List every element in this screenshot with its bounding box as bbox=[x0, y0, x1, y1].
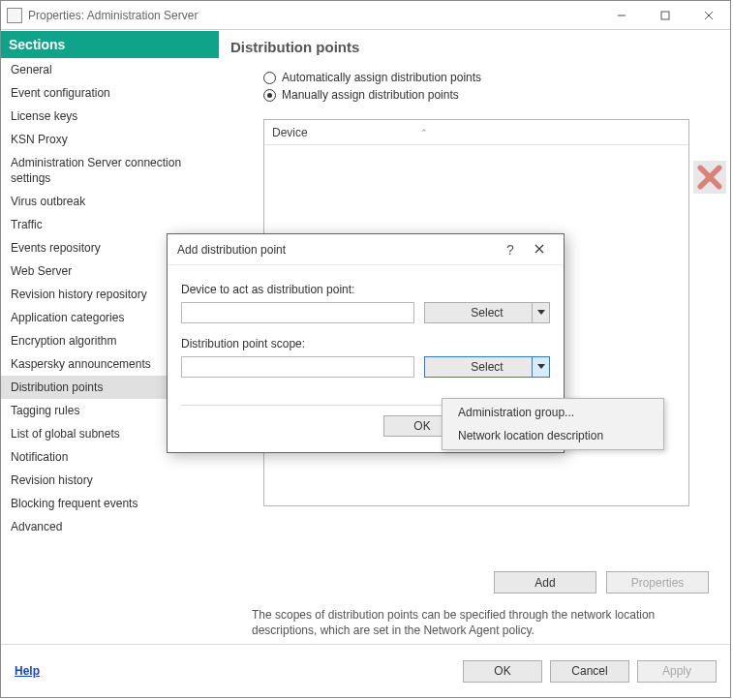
sidebar-header: Sections bbox=[1, 31, 219, 58]
add-button[interactable]: Add bbox=[494, 571, 596, 593]
sidebar-item-label: List of global subnets bbox=[11, 427, 120, 441]
page-title: Distribution points bbox=[230, 39, 717, 55]
footer: Help OK Cancel Apply bbox=[1, 644, 730, 697]
sidebar-item-label: Events repository bbox=[11, 241, 101, 255]
radio-auto[interactable]: Automatically assign distribution points bbox=[263, 71, 717, 84]
menu-item-network-location[interactable]: Network location description bbox=[443, 424, 663, 447]
menu-item-admin-group[interactable]: Administration group... bbox=[443, 401, 663, 424]
dialog-help-button[interactable]: ? bbox=[496, 242, 525, 258]
scope-select-menu: Administration group... Network location… bbox=[442, 398, 664, 450]
sidebar-item-label: Administration Server connection setting… bbox=[11, 156, 181, 185]
titlebar: Properties: Administration Server bbox=[1, 1, 730, 30]
radio-icon bbox=[263, 72, 276, 84]
chevron-down-icon bbox=[532, 357, 549, 377]
device-field-label: Device to act as distribution point: bbox=[181, 283, 550, 296]
close-button[interactable] bbox=[687, 1, 730, 29]
scope-field[interactable] bbox=[181, 356, 414, 378]
svg-rect-1 bbox=[661, 12, 669, 19]
sidebar-item-label: Revision history repository bbox=[11, 288, 147, 301]
sidebar-item-label: Application categories bbox=[11, 311, 124, 324]
sidebar-item-revision-history[interactable]: Revision history bbox=[1, 469, 219, 492]
svg-marker-9 bbox=[537, 364, 545, 369]
maximize-button[interactable] bbox=[643, 1, 687, 29]
sidebar-item-label: Encryption algorithm bbox=[11, 334, 116, 348]
help-link[interactable]: Help bbox=[15, 664, 40, 678]
chevron-down-icon bbox=[532, 303, 549, 322]
device-col-label: Device bbox=[272, 126, 308, 139]
device-select-button[interactable]: Select bbox=[424, 302, 550, 323]
properties-button[interactable]: Properties bbox=[606, 571, 709, 593]
window-title: Properties: Administration Server bbox=[28, 9, 599, 22]
sidebar-item-label: Revision history bbox=[11, 473, 93, 487]
sort-indicator-icon: ⌃ bbox=[420, 128, 428, 137]
sidebar-item-ksn-proxy[interactable]: KSN Proxy bbox=[1, 128, 219, 151]
sidebar-item-general[interactable]: General bbox=[1, 58, 219, 81]
radio-manual[interactable]: Manually assign distribution points bbox=[263, 88, 717, 102]
sidebar-item-advanced[interactable]: Advanced bbox=[1, 515, 219, 538]
sidebar-item-label: Distribution points bbox=[11, 380, 103, 394]
sidebar-item-label: License keys bbox=[11, 109, 77, 123]
sidebar-item-label: Tagging rules bbox=[11, 404, 79, 417]
main-window: Properties: Administration Server Sectio… bbox=[0, 0, 731, 698]
description-text: The scopes of distribution points can be… bbox=[252, 607, 707, 638]
sidebar-item-label: Web Server bbox=[11, 264, 72, 278]
scope-field-label: Distribution point scope: bbox=[181, 337, 550, 350]
sidebar-item-label: Event configuration bbox=[11, 86, 110, 100]
apply-button[interactable]: Apply bbox=[637, 660, 717, 683]
sidebar-item-label: Traffic bbox=[11, 218, 43, 231]
sidebar-item-virus-outbreak[interactable]: Virus outbreak bbox=[1, 190, 219, 213]
minimize-button[interactable] bbox=[599, 1, 643, 29]
sidebar-item-label: Advanced bbox=[11, 520, 62, 533]
app-icon bbox=[7, 8, 22, 23]
sidebar-item-blocking-frequent-events[interactable]: Blocking frequent events bbox=[1, 492, 219, 515]
radio-auto-label: Automatically assign distribution points bbox=[282, 71, 481, 84]
sidebar-item-label: KSN Proxy bbox=[11, 133, 68, 146]
sidebar-item-label: Blocking frequent events bbox=[11, 497, 137, 510]
cancel-button[interactable]: Cancel bbox=[550, 660, 629, 683]
sidebar-item-event-configuration[interactable]: Event configuration bbox=[1, 81, 219, 105]
dialog-close-button[interactable] bbox=[525, 243, 554, 257]
sidebar-item-label: Kaspersky announcements bbox=[11, 357, 151, 371]
sidebar-item-label: Virus outbreak bbox=[11, 195, 85, 208]
sidebar-item-license-keys[interactable]: License keys bbox=[1, 105, 219, 128]
dialog-title: Add distribution point bbox=[177, 243, 496, 257]
sidebar-item-label: Notification bbox=[11, 450, 68, 464]
ok-button[interactable]: OK bbox=[463, 660, 542, 683]
delete-button[interactable] bbox=[693, 161, 726, 194]
svg-marker-8 bbox=[537, 310, 545, 315]
device-list-header[interactable]: Device ⌃ bbox=[264, 120, 688, 145]
sidebar-item-label: General bbox=[11, 63, 52, 76]
radio-icon bbox=[263, 89, 276, 102]
scope-select-button[interactable]: Select bbox=[424, 356, 550, 378]
device-field[interactable] bbox=[181, 302, 414, 323]
radio-manual-label: Manually assign distribution points bbox=[282, 88, 459, 102]
sidebar-item-administration-server-connection-settings[interactable]: Administration Server connection setting… bbox=[1, 151, 219, 190]
